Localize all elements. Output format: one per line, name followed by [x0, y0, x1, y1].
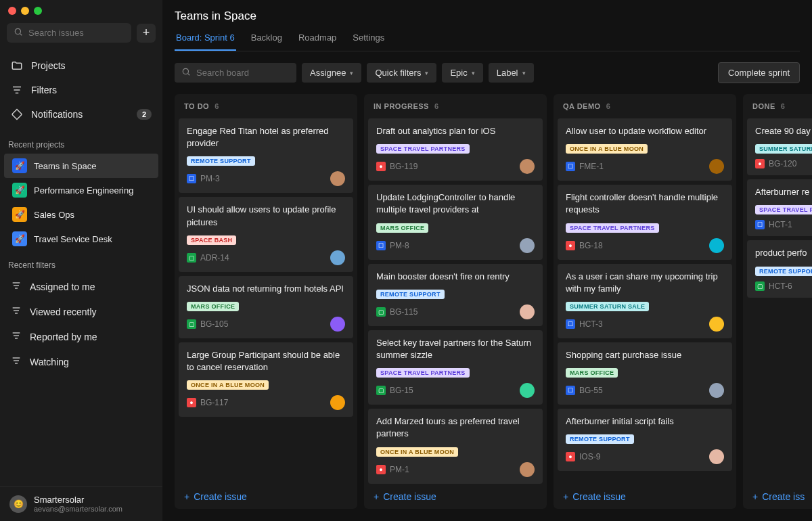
- filter-button-epic[interactable]: Epic▾: [442, 63, 482, 83]
- card[interactable]: Afterburner initial script fails REMOTE …: [558, 409, 732, 471]
- create-issue-button[interactable]: +Create issue: [364, 484, 547, 509]
- column-count: 6: [215, 102, 219, 110]
- card[interactable]: Main booster doesn't fire on rentry REMO…: [368, 264, 543, 326]
- column-name: QA DEMO: [563, 102, 601, 110]
- column-name: IN PROGRESS: [374, 102, 429, 110]
- search-icon: [181, 67, 191, 78]
- create-button[interactable]: +: [137, 24, 156, 43]
- card[interactable]: Add Marzed tours as preferred travel par…: [368, 409, 543, 483]
- card[interactable]: Large Group Participant should be able t…: [179, 342, 353, 417]
- filter-button-label: Epic: [450, 68, 467, 78]
- assignee-avatar-icon: [520, 159, 535, 174]
- chevron-down-icon: ▾: [472, 70, 475, 76]
- tab-backlog[interactable]: Backlog: [250, 28, 284, 51]
- project-item[interactable]: 🚀Travel Service Desk: [4, 227, 158, 251]
- issue-type-icon: ●: [187, 398, 196, 407]
- card-title: Draft out analytics plan for iOS: [376, 125, 535, 137]
- card[interactable]: Shopping cart purchase issue MARS OFFICE…: [558, 342, 732, 405]
- tab-settings[interactable]: Settings: [351, 28, 386, 51]
- board-search-input[interactable]: [196, 68, 290, 78]
- create-issue-label: Create issue: [572, 491, 626, 502]
- epic-tag: REMOTE SUPPORT: [566, 434, 634, 444]
- create-issue-label: Create issue: [383, 491, 436, 502]
- plus-icon: +: [563, 491, 568, 502]
- card[interactable]: UI should allow users to update profile …: [179, 197, 353, 271]
- create-issue-button[interactable]: +Create issue: [175, 484, 357, 509]
- svg-line-1: [20, 34, 22, 36]
- nav-item-notifications[interactable]: Notifications2: [0, 102, 162, 127]
- user-footer[interactable]: 😊 Smartersolar aevans@smartersolar.com: [0, 486, 162, 521]
- epic-tag: SUMMER SATURN SALE: [566, 302, 649, 311]
- card[interactable]: Engage Red Titan hotel as preferred prov…: [179, 118, 353, 193]
- search-issues-input[interactable]: [28, 28, 125, 38]
- epic-tag: SPACE TRAVEL PARTNERS: [566, 223, 659, 233]
- card[interactable]: product perfo REMOTE SUPPORT ▢ HCT-6: [747, 240, 812, 297]
- card[interactable]: Allow user to update workflow editor ONC…: [558, 118, 732, 181]
- close-window-icon[interactable]: [8, 7, 16, 15]
- project-item[interactable]: 🚀Performance Engineering: [4, 178, 158, 202]
- minimize-window-icon[interactable]: [21, 7, 29, 15]
- create-issue-label: Create iss: [762, 491, 805, 502]
- card-title: As a user i can share my upcoming trip w…: [566, 271, 724, 295]
- chevron-down-icon: ▾: [425, 70, 428, 76]
- maximize-window-icon[interactable]: [34, 7, 42, 15]
- assignee-avatar-icon: [330, 317, 345, 332]
- nav-label: Filters: [31, 85, 57, 95]
- card-title: Large Group Participant should be able t…: [187, 349, 345, 373]
- board-search-box[interactable]: [175, 63, 296, 83]
- issue-type-icon: ●: [566, 452, 575, 461]
- column-in-progress: IN PROGRESS6 Draft out analytics plan fo…: [364, 94, 547, 509]
- card[interactable]: JSON data not returning from hotels API …: [179, 276, 353, 338]
- filter-button-assignee[interactable]: Assignee▾: [302, 63, 361, 83]
- filter-button-label[interactable]: Label▾: [489, 63, 534, 83]
- card[interactable]: Flight controller doesn't handle multipl…: [558, 185, 732, 259]
- nav-item-filters[interactable]: Filters: [0, 78, 162, 102]
- column-to-do: TO DO6 Engage Red Titan hotel as preferr…: [175, 94, 357, 509]
- filter-item[interactable]: Assigned to me: [0, 274, 162, 299]
- epic-tag: SPACE TRAVEL PARTNERS: [376, 144, 470, 154]
- epic-tag: REMOTE SUPPORT: [376, 290, 445, 299]
- filter-item[interactable]: Reported by me: [0, 324, 162, 349]
- issue-key: BG-117: [200, 398, 228, 407]
- card-title: Engage Red Titan hotel as preferred prov…: [187, 125, 345, 150]
- filter-button-label: Label: [497, 68, 518, 78]
- column-count: 6: [434, 102, 439, 110]
- card-title: Create 90 day departments i: [755, 125, 812, 137]
- issue-type-icon: ●: [376, 465, 386, 474]
- column-name: DONE: [752, 102, 775, 110]
- assignee-avatar-icon: [520, 304, 535, 319]
- card-title: Afterburner re: [755, 186, 812, 198]
- card-title: UI should allow users to update profile …: [187, 204, 345, 228]
- epic-tag: SPACE BASH: [187, 235, 236, 245]
- assignee-avatar-icon: [709, 383, 724, 398]
- create-issue-button[interactable]: +Create issue: [554, 484, 736, 509]
- card[interactable]: Select key travel partners for the Satur…: [368, 330, 543, 405]
- tab-board-sprint-6[interactable]: Board: Sprint 6: [175, 28, 236, 51]
- card[interactable]: Create 90 day departments i SUMMER SATUR…: [747, 118, 812, 175]
- filter-item[interactable]: Watching: [0, 349, 162, 374]
- search-issues-box[interactable]: [7, 23, 131, 43]
- epic-tag: SPACE TRAVEL PARTNERS: [755, 205, 812, 214]
- create-issue-label: Create issue: [194, 491, 247, 502]
- tab-roadmap[interactable]: Roadmap: [297, 28, 338, 51]
- create-issue-button[interactable]: +Create iss: [743, 484, 812, 509]
- card[interactable]: As a user i can share my upcoming trip w…: [558, 264, 732, 338]
- complete-sprint-button[interactable]: Complete sprint: [718, 62, 800, 83]
- issue-key: BG-115: [390, 307, 418, 317]
- assignee-avatar-icon: [709, 449, 724, 464]
- epic-tag: ONCE IN A BLUE MOON: [376, 447, 458, 457]
- epic-tag: REMOTE SUPPORT: [187, 156, 255, 166]
- card[interactable]: Update LodgingController to handle multi…: [368, 185, 543, 259]
- nav-item-projects[interactable]: Projects: [0, 53, 162, 78]
- filter-label: Assigned to me: [30, 281, 95, 292]
- card[interactable]: Afterburner re SPACE TRAVEL PARTNERS ☐ H…: [747, 179, 812, 236]
- card[interactable]: Draft out analytics plan for iOS SPACE T…: [368, 118, 543, 181]
- issue-key: BG-120: [769, 159, 796, 168]
- project-item[interactable]: 🚀Teams in Space: [4, 154, 158, 178]
- filter-item[interactable]: Viewed recently: [0, 299, 162, 324]
- assignee-avatar-icon: [520, 238, 535, 253]
- project-item[interactable]: 🚀Sales Ops: [4, 202, 158, 227]
- issue-key: ADR-14: [200, 253, 229, 263]
- filter-button-quick-filters[interactable]: Quick filters▾: [367, 63, 436, 83]
- project-label: Travel Service Desk: [34, 234, 112, 244]
